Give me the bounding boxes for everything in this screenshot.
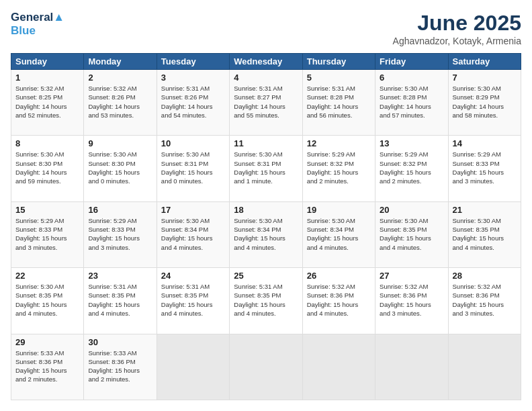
day-info-line: and 59 minutes.: [15, 177, 79, 185]
day-info-line: and 58 minutes.: [453, 111, 517, 120]
table-row: 26Sunrise: 5:32 AMSunset: 8:36 PMDayligh…: [302, 268, 375, 334]
day-number: 12: [307, 138, 371, 148]
day-info-line: and 55 minutes.: [234, 111, 298, 120]
day-info-line: and 4 minutes.: [161, 309, 225, 318]
day-number: 4: [234, 73, 298, 83]
day-info-line: and 3 minutes.: [88, 243, 152, 252]
table-row: 3Sunrise: 5:31 AMSunset: 8:26 PMDaylight…: [157, 70, 229, 136]
day-info-line: Sunrise: 5:30 AM: [380, 84, 443, 93]
calendar-week-3: 15Sunrise: 5:29 AMSunset: 8:33 PMDayligh…: [11, 201, 521, 267]
col-saturday: Saturday: [448, 54, 521, 70]
table-row: [302, 334, 375, 400]
day-info-line: and 52 minutes.: [15, 111, 79, 120]
day-info-line: Sunset: 8:25 PM: [15, 93, 79, 101]
day-info-line: Daylight: 14 hours: [15, 168, 79, 177]
day-info-line: Sunrise: 5:29 AM: [380, 150, 443, 158]
day-info-line: Sunset: 8:36 PM: [380, 291, 443, 300]
day-number: 20: [380, 205, 443, 215]
day-info-line: Sunset: 8:33 PM: [453, 159, 517, 168]
day-info-line: Daylight: 15 hours: [161, 168, 225, 177]
day-info-line: Sunrise: 5:30 AM: [234, 216, 298, 225]
day-number: 26: [307, 271, 371, 281]
day-number: 28: [453, 271, 517, 281]
day-info-line: Sunrise: 5:29 AM: [307, 150, 371, 158]
day-info-line: and 54 minutes.: [161, 111, 225, 120]
day-info-line: Daylight: 15 hours: [453, 168, 517, 177]
day-info-line: and 4 minutes.: [307, 243, 371, 252]
day-info-line: Sunset: 8:34 PM: [161, 225, 225, 234]
day-info-line: and 1 minute.: [234, 177, 298, 185]
day-number: 15: [15, 205, 79, 215]
day-number: 30: [88, 337, 152, 347]
col-friday: Friday: [375, 54, 448, 70]
day-info-line: Sunset: 8:30 PM: [88, 159, 152, 168]
day-info-line: Sunset: 8:35 PM: [88, 291, 152, 300]
day-number: 11: [234, 138, 298, 148]
location: Aghavnadzor, Kotayk, Armenia: [393, 36, 521, 46]
day-info-line: Sunrise: 5:30 AM: [453, 84, 517, 93]
day-number: 21: [453, 205, 517, 215]
day-info-line: Sunrise: 5:30 AM: [15, 282, 79, 291]
day-info-line: Daylight: 15 hours: [453, 300, 517, 309]
day-info-line: Sunrise: 5:31 AM: [234, 84, 298, 93]
day-info-line: Sunset: 8:35 PM: [161, 291, 225, 300]
day-info-line: Sunset: 8:26 PM: [88, 93, 152, 101]
day-info-line: Daylight: 15 hours: [161, 300, 225, 309]
day-info-line: Sunrise: 5:32 AM: [15, 84, 79, 93]
table-row: 9Sunrise: 5:30 AMSunset: 8:30 PMDaylight…: [84, 136, 157, 201]
day-info-line: Sunset: 8:30 PM: [15, 159, 79, 168]
day-info-line: Sunset: 8:26 PM: [161, 93, 225, 101]
day-number: 2: [88, 73, 152, 83]
table-row: 11Sunrise: 5:30 AMSunset: 8:31 PMDayligh…: [230, 136, 302, 201]
day-info-line: Sunrise: 5:31 AM: [307, 84, 371, 93]
table-row: 13Sunrise: 5:29 AMSunset: 8:32 PMDayligh…: [375, 136, 448, 201]
table-row: 10Sunrise: 5:30 AMSunset: 8:31 PMDayligh…: [157, 136, 229, 201]
day-number: 5: [307, 73, 371, 83]
month-title: June 2025: [393, 11, 521, 36]
day-info-line: Sunrise: 5:32 AM: [380, 282, 443, 291]
day-info-line: Sunset: 8:34 PM: [307, 225, 371, 234]
day-number: 18: [234, 205, 298, 215]
day-info-line: Daylight: 15 hours: [88, 366, 152, 375]
day-info-line: Sunset: 8:31 PM: [234, 159, 298, 168]
day-info-line: Sunrise: 5:30 AM: [234, 150, 298, 158]
day-info-line: Sunset: 8:33 PM: [88, 225, 152, 234]
day-info-line: Sunset: 8:35 PM: [453, 225, 517, 234]
table-row: 28Sunrise: 5:32 AMSunset: 8:36 PMDayligh…: [448, 268, 521, 334]
day-info-line: Sunrise: 5:30 AM: [307, 216, 371, 225]
day-info-line: and 4 minutes.: [380, 243, 443, 252]
page: General▲ Blue June 2025 Aghavnadzor, Kot…: [0, 0, 532, 411]
day-number: 9: [88, 138, 152, 148]
day-info-line: Daylight: 14 hours: [234, 102, 298, 111]
day-info-line: Sunset: 8:31 PM: [161, 159, 225, 168]
logo-line2: Blue: [11, 24, 64, 38]
day-info-line: Sunrise: 5:30 AM: [15, 150, 79, 158]
table-row: 14Sunrise: 5:29 AMSunset: 8:33 PMDayligh…: [448, 136, 521, 201]
table-row: 30Sunrise: 5:33 AMSunset: 8:36 PMDayligh…: [84, 334, 157, 400]
day-info-line: and 2 minutes.: [88, 375, 152, 383]
day-info-line: Sunrise: 5:32 AM: [453, 282, 517, 291]
day-info-line: Daylight: 14 hours: [307, 102, 371, 111]
table-row: 5Sunrise: 5:31 AMSunset: 8:28 PMDaylight…: [302, 70, 375, 136]
day-number: 1: [15, 73, 79, 83]
day-number: 16: [88, 205, 152, 215]
day-info-line: Sunrise: 5:31 AM: [161, 84, 225, 93]
day-info-line: Sunset: 8:28 PM: [380, 93, 443, 101]
day-info-line: Daylight: 15 hours: [380, 234, 443, 242]
day-number: 25: [234, 271, 298, 281]
day-number: 6: [380, 73, 443, 83]
day-number: 24: [161, 271, 225, 281]
day-number: 27: [380, 271, 443, 281]
day-info-line: Daylight: 14 hours: [453, 102, 517, 111]
day-info-line: Daylight: 15 hours: [161, 234, 225, 242]
day-info-line: Sunset: 8:36 PM: [88, 357, 152, 366]
title-section: June 2025 Aghavnadzor, Kotayk, Armenia: [393, 11, 521, 46]
day-info-line: Sunrise: 5:30 AM: [380, 216, 443, 225]
day-info-line: and 2 minutes.: [380, 177, 443, 185]
table-row: 25Sunrise: 5:31 AMSunset: 8:35 PMDayligh…: [230, 268, 302, 334]
day-info-line: Sunrise: 5:32 AM: [88, 84, 152, 93]
day-info-line: and 2 minutes.: [307, 177, 371, 185]
day-number: 17: [161, 205, 225, 215]
day-info-line: Sunrise: 5:33 AM: [88, 349, 152, 357]
calendar-week-2: 8Sunrise: 5:30 AMSunset: 8:30 PMDaylight…: [11, 136, 521, 201]
